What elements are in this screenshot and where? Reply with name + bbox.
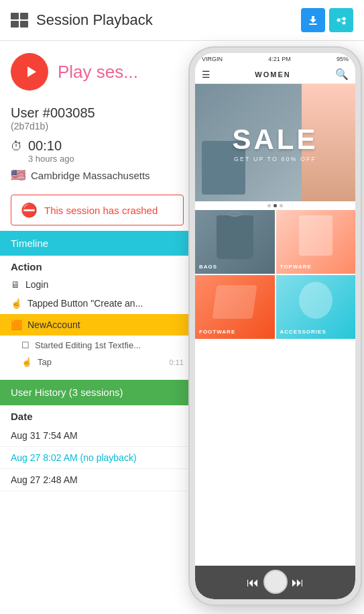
phone-frame: VIRGIN 4:21 PM 95% ☰ WOMEN 🔍 SALE [190,48,361,605]
new-account-icon: 🟧 [11,319,22,330]
main-content: Play ses... User #003085 (2b7d1b) ⏱ 00:1… [0,41,364,614]
tapped-label: Tapped Button "Create an... [27,298,143,309]
crashed-text: This session has crashed [44,205,158,216]
time-label: 4:21 PM [268,56,291,62]
carousel-dots [195,201,355,210]
list-item: Aug 31 7:54 AM [0,425,194,447]
play-button[interactable] [11,53,48,91]
list-item: 🖥 Login [0,275,194,294]
status-bar: VIRGIN 4:21 PM 95% [195,53,355,65]
user-hash: (2b7d1b) [11,121,184,132]
bags-label: BAGS [199,264,217,270]
accessories-label: ACCESSORIES [280,329,326,335]
rewind-button[interactable]: ⏮ [247,576,259,590]
crashed-banner: ⛔ This session has crashed [11,195,184,225]
nav-title: WOMEN [255,70,290,79]
topware-item: TOPWARE [276,210,356,274]
phone-home-button[interactable] [263,570,288,594]
highlighted-item: 🟧 NewAccount [0,314,194,336]
dot [280,204,283,207]
sale-text: SALE [232,123,318,156]
tap-label: Tap [38,357,52,367]
list-item: ☝ Tapped Button "Create an... [0,294,194,313]
svg-rect-2 [11,21,19,28]
textfield-icon: ☐ [21,340,29,350]
login-label: Login [25,279,48,290]
list-item: Aug 27 8:02 AM (no playback) [0,447,194,469]
tap-icon: ☝ [11,298,22,309]
dot [267,204,271,207]
carrier-label: VIRGIN [202,56,223,62]
topware-label: TOPWARE [280,264,312,270]
page-title: Session Playback [36,11,153,29]
phone-mockup: VIRGIN 4:21 PM 95% ☰ WOMEN 🔍 SALE [190,48,364,614]
page-wrapper: Session Playback [0,0,364,614]
share-button[interactable] [329,8,353,32]
bags-item: BAGS [195,210,275,274]
time-row: ⏱ 00:10 3 hours ago [11,138,184,164]
history-date-1: Aug 31 7:54 AM [11,430,78,441]
textfield-label: Started Editing 1st Textfie... [35,340,141,350]
flag-icon: 🇺🇸 [11,168,25,183]
time-value: 00:10 [28,138,74,154]
header: Session Playback [0,0,364,41]
time-info: 00:10 3 hours ago [28,138,74,164]
new-account-label: NewAccount [27,319,80,330]
svg-marker-5 [27,66,36,77]
user-info: User #003085 (2b7d1b) ⏱ 00:10 3 hours ag… [0,100,194,189]
timeline-header: Timeline [0,231,194,256]
download-button[interactable] [301,8,325,32]
phone-screen: VIRGIN 4:21 PM 95% ☰ WOMEN 🔍 SALE [195,53,355,599]
search-icon: 🔍 [335,68,349,81]
user-id: User #003085 [11,105,184,121]
svg-rect-4 [309,23,317,25]
svg-rect-3 [20,21,28,28]
left-panel: Play ses... User #003085 (2b7d1b) ⏱ 00:1… [0,41,194,614]
fast-forward-button[interactable]: ⏭ [292,576,304,590]
location-row: 🇺🇸 Cambridge Massachusetts [11,168,184,183]
history-date-2: Aug 27 8:02 AM (no playback) [11,452,137,463]
history-label: User History (3 sessions) [11,387,123,398]
date-label: Date [0,405,194,425]
footware-label: FOOTWARE [199,329,235,335]
tap2-icon: ☝ [21,357,32,367]
play-session-text: Play ses... [58,62,138,83]
header-actions [301,8,353,32]
list-item: Aug 27 2:48 AM [0,469,194,491]
action-label: Action [0,256,194,275]
clock-icon: ⏱ [11,140,23,154]
footware-item: FOOTWARE 4:56 [195,275,275,339]
play-section: Play ses... [0,41,194,100]
list-item: ☝ Tap 0:11 [0,354,194,370]
error-icon: ⛔ [21,202,38,218]
list-item: ☐ Started Editing 1st Textfie... [0,337,194,354]
history-date-3: Aug 27 2:48 AM [11,474,78,485]
history-header: User History (3 sessions) [0,380,194,405]
login-icon: 🖥 [11,279,20,290]
svg-rect-0 [11,13,19,19]
location-text: Cambridge Massachusetts [31,170,150,181]
battery-label: 95% [337,56,349,62]
accessories-item: ACCESSORIES [276,275,356,339]
film-grid-icon [11,13,29,28]
svg-rect-1 [20,13,28,19]
dot-active [274,204,277,207]
hero-banner: SALE GET UP TO 60% OFF [195,84,355,201]
phone-nav: ☰ WOMEN 🔍 [195,65,355,84]
timestamp-label: 0:11 [170,358,184,366]
menu-icon: ☰ [202,69,210,80]
time-ago: 3 hours ago [28,154,74,164]
timeline-label: Timeline [11,238,48,249]
timeline-items: 🖥 Login ☝ Tapped Button "Create an... 🟧 … [0,275,194,373]
product-grid: BAGS TOPWARE FOOTWARE 4:56 [195,210,355,339]
sale-sub: GET UP TO 60% OFF [232,156,318,162]
